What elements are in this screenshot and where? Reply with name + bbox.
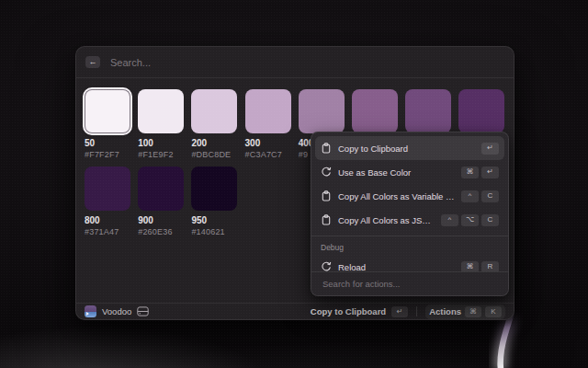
- c-key-badge: C: [481, 190, 499, 202]
- shade-label: 300: [245, 138, 291, 149]
- footer-divider: [416, 306, 417, 316]
- swatch-cell: 950 #140621: [191, 167, 237, 237]
- c-key-badge: C: [481, 214, 499, 226]
- action-item-label: Use as Base Color: [338, 167, 455, 178]
- color-swatch[interactable]: [299, 89, 345, 133]
- shortcut-keys: ↵: [481, 143, 499, 155]
- color-swatch[interactable]: [85, 167, 130, 211]
- storage-icon[interactable]: [137, 306, 149, 316]
- k-key-badge: K: [485, 306, 502, 317]
- shortcut-keys: ^ ⌥ C: [441, 214, 499, 226]
- action-item-label: Copy All Colors as Variable Declara...: [338, 191, 455, 201]
- option-key-badge: ⌥: [461, 214, 479, 226]
- back-arrow-icon: ←: [89, 58, 97, 66]
- shade-label: 50: [85, 138, 130, 149]
- app-name: Voodoo: [102, 306, 131, 316]
- shade-hex: #260E36: [138, 227, 184, 237]
- swatch-cell: 900 #260E36: [138, 167, 184, 237]
- shade-hex: #C3A7C7: [245, 150, 291, 160]
- color-swatch[interactable]: [352, 89, 398, 133]
- shade-hex: #DBC8DE: [191, 150, 237, 160]
- cmd-key-badge: ⌘: [465, 306, 481, 317]
- shade-label: 100: [138, 138, 184, 149]
- ctrl-key-badge: ^: [461, 190, 479, 202]
- shade-label: 200: [191, 138, 237, 149]
- action-item-label: Copy to Clipboard: [338, 144, 475, 154]
- cmd-key-badge: ⌘: [461, 167, 479, 178]
- swatch-cell: 300 #C3A7C7: [245, 89, 291, 160]
- voodoo-app-icon: [85, 305, 96, 317]
- action-search-bar: [311, 271, 508, 295]
- shade-hex: #140621: [191, 227, 237, 237]
- color-swatch[interactable]: [458, 89, 504, 133]
- action-item-copy-all-variable-declarations[interactable]: Copy All Colors as Variable Declara... ^…: [315, 184, 504, 208]
- clipboard-icon: [321, 143, 332, 154]
- shortcut-keys: ^ C: [461, 190, 499, 202]
- swatch-cell: 100 #F1E9F2: [138, 89, 184, 160]
- color-swatch[interactable]: [85, 89, 130, 133]
- swatch-cell: 50 #F7F2F7: [85, 89, 130, 160]
- action-item-label: Reload: [338, 262, 455, 272]
- clipboard-icon: [321, 214, 332, 225]
- page-background: { "window": { "search_placeholder": "Sea…: [0, 0, 588, 368]
- action-item-label: Copy All Colors as JSON: [338, 215, 435, 225]
- action-item-copy-to-clipboard[interactable]: Copy to Clipboard ↵: [315, 136, 504, 160]
- main-window: ← 50 #F7F2F7 100 #F1E9F2 200 #DBC8DE 300…: [75, 46, 514, 320]
- swatch-cell: 800 #371A47: [85, 167, 130, 237]
- action-item-use-as-base-color[interactable]: Use as Base Color ⌘ ↵: [315, 160, 504, 184]
- ctrl-key-badge: ^: [441, 214, 458, 226]
- action-search-input[interactable]: [321, 278, 499, 290]
- menu-section-label: Debug: [315, 236, 504, 255]
- search-bar: ←: [76, 47, 514, 78]
- shade-label: 950: [191, 215, 237, 226]
- color-swatch[interactable]: [191, 167, 237, 211]
- footer-primary-action[interactable]: Copy to Clipboard: [311, 306, 386, 316]
- shade-hex: #F7F2F7: [85, 150, 130, 160]
- return-key-badge: ↵: [481, 143, 499, 155]
- back-button[interactable]: ←: [85, 56, 100, 68]
- color-swatch[interactable]: [138, 89, 184, 133]
- color-swatch[interactable]: [191, 89, 237, 133]
- clipboard-icon: [321, 190, 332, 201]
- footer-bar: Voodoo Copy to Clipboard ↵ Actions ⌘ K: [76, 303, 514, 319]
- rotate-arrow-icon: [321, 167, 332, 178]
- search-input[interactable]: [108, 56, 504, 69]
- color-swatch[interactable]: [245, 89, 291, 133]
- shade-hex: #371A47: [85, 227, 130, 237]
- return-key-badge: ↵: [391, 306, 408, 317]
- return-key-badge: ↵: [481, 167, 499, 178]
- shade-hex: #F1E9F2: [138, 150, 184, 160]
- color-swatch[interactable]: [405, 89, 451, 133]
- action-menu: Copy to Clipboard ↵ Use as Base Color ⌘ …: [311, 132, 509, 296]
- shade-label: 900: [138, 215, 184, 226]
- action-menu-list: Copy to Clipboard ↵ Use as Base Color ⌘ …: [311, 132, 508, 279]
- shortcut-keys: ⌘ ↵: [461, 167, 499, 178]
- swatch-cell: 200 #DBC8DE: [191, 89, 237, 160]
- actions-button[interactable]: Actions ⌘ K: [425, 305, 505, 319]
- color-swatch[interactable]: [138, 167, 184, 211]
- action-item-copy-all-json[interactable]: Copy All Colors as JSON ^ ⌥ C: [315, 208, 504, 232]
- shade-label: 800: [85, 215, 130, 226]
- actions-label: Actions: [429, 306, 461, 316]
